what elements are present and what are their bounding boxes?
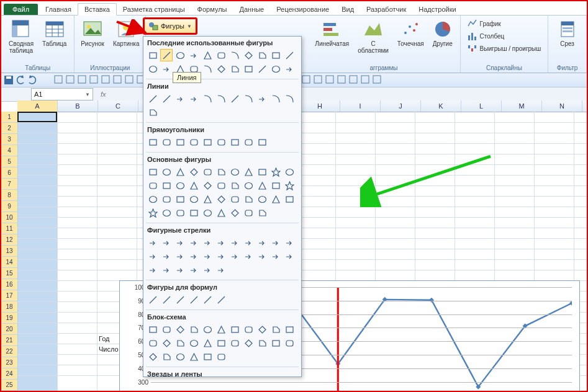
shape-option[interactable] bbox=[188, 193, 200, 205]
row-header[interactable]: 17 bbox=[1, 290, 17, 301]
shape-option[interactable] bbox=[188, 250, 200, 262]
shape-option[interactable] bbox=[256, 207, 268, 219]
row-header[interactable]: 5 bbox=[1, 156, 17, 167]
qat-small-icon[interactable] bbox=[53, 74, 63, 86]
shape-option[interactable] bbox=[174, 337, 186, 349]
shape-option[interactable] bbox=[215, 207, 227, 219]
shape-option[interactable] bbox=[174, 92, 186, 105]
shape-option[interactable] bbox=[174, 179, 186, 192]
shape-option[interactable] bbox=[215, 179, 227, 192]
shape-option[interactable] bbox=[147, 293, 159, 306]
shape-option[interactable] bbox=[201, 264, 214, 276]
qat-small-icon[interactable] bbox=[348, 74, 358, 86]
shape-option[interactable] bbox=[201, 92, 214, 105]
shape-option[interactable] bbox=[242, 236, 255, 249]
shape-option[interactable] bbox=[160, 92, 173, 105]
shape-option[interactable] bbox=[201, 136, 214, 148]
qat-small-icon[interactable] bbox=[301, 74, 311, 86]
shape-option[interactable] bbox=[256, 337, 268, 349]
shape-option[interactable] bbox=[188, 207, 200, 219]
shape-option[interactable] bbox=[147, 63, 159, 75]
shape-option[interactable] bbox=[147, 236, 159, 249]
row-header[interactable]: 19 bbox=[1, 313, 17, 324]
redo-icon[interactable] bbox=[27, 75, 37, 85]
shape-option[interactable] bbox=[174, 236, 186, 249]
shape-option[interactable] bbox=[215, 49, 227, 61]
shape-option[interactable] bbox=[228, 49, 241, 61]
row-header[interactable]: 8 bbox=[1, 190, 17, 201]
sparkline-winloss-button[interactable]: Выигрыш / проигрыш bbox=[466, 43, 543, 54]
row-header[interactable]: 10 bbox=[1, 212, 17, 223]
shape-option[interactable] bbox=[228, 236, 241, 249]
shape-option[interactable] bbox=[256, 179, 268, 192]
shape-option[interactable] bbox=[147, 350, 159, 363]
shape-option[interactable] bbox=[201, 193, 214, 205]
row-header[interactable]: 11 bbox=[1, 223, 17, 234]
shape-option[interactable] bbox=[283, 337, 296, 349]
shape-option[interactable] bbox=[160, 49, 173, 61]
tab-developer[interactable]: Разработчик bbox=[360, 4, 412, 15]
row-header[interactable]: 14 bbox=[1, 257, 17, 268]
shape-option[interactable] bbox=[188, 136, 200, 148]
tab-home[interactable]: Главная bbox=[39, 4, 78, 15]
bar-chart-button[interactable]: Линейчатая bbox=[312, 18, 351, 55]
row-header[interactable]: 12 bbox=[1, 234, 17, 246]
column-header[interactable]: H bbox=[300, 100, 340, 112]
shape-option[interactable] bbox=[228, 179, 241, 192]
row-header[interactable]: 9 bbox=[1, 201, 17, 212]
row-header[interactable]: 20 bbox=[1, 324, 17, 335]
column-header[interactable]: K bbox=[421, 100, 461, 112]
shape-option[interactable] bbox=[215, 63, 227, 75]
shape-option[interactable] bbox=[242, 49, 255, 61]
shape-option[interactable] bbox=[201, 49, 214, 61]
tab-review[interactable]: Рецензирование bbox=[270, 4, 335, 15]
qat-small-icon[interactable] bbox=[77, 74, 87, 86]
column-header[interactable]: I bbox=[340, 100, 381, 112]
shape-option[interactable] bbox=[283, 166, 296, 178]
shape-option[interactable] bbox=[147, 337, 159, 349]
undo-icon[interactable] bbox=[16, 75, 25, 85]
shape-option[interactable] bbox=[160, 250, 173, 262]
shape-option[interactable] bbox=[283, 92, 296, 105]
shape-option[interactable] bbox=[283, 193, 296, 205]
shape-option[interactable] bbox=[160, 337, 173, 349]
shape-option[interactable] bbox=[242, 250, 255, 262]
shape-option[interactable] bbox=[242, 63, 255, 75]
shape-option[interactable] bbox=[147, 49, 159, 61]
table-button[interactable]: Таблица bbox=[40, 18, 69, 55]
shape-option[interactable] bbox=[188, 63, 200, 75]
shape-option[interactable] bbox=[283, 250, 296, 262]
shape-option[interactable] bbox=[269, 323, 282, 336]
shape-option[interactable] bbox=[160, 293, 173, 306]
shape-option[interactable] bbox=[160, 136, 173, 148]
shape-option[interactable] bbox=[215, 264, 227, 276]
fx-icon[interactable]: fx bbox=[101, 91, 106, 98]
other-charts-button[interactable]: Другие bbox=[430, 18, 455, 55]
tab-data[interactable]: Данные bbox=[233, 4, 270, 15]
qat-small-icon[interactable] bbox=[313, 74, 323, 86]
shape-option[interactable] bbox=[147, 250, 159, 262]
shape-option[interactable] bbox=[174, 193, 186, 205]
shape-option[interactable] bbox=[147, 207, 159, 219]
shape-option[interactable] bbox=[201, 179, 214, 192]
shape-option[interactable] bbox=[174, 350, 186, 363]
shape-option[interactable] bbox=[201, 293, 214, 306]
shape-option[interactable] bbox=[160, 323, 173, 336]
qat-small-icon[interactable] bbox=[112, 74, 122, 86]
row-header[interactable]: 24 bbox=[1, 368, 17, 380]
shape-option[interactable] bbox=[147, 323, 159, 336]
shape-option[interactable] bbox=[160, 166, 173, 178]
shape-option[interactable] bbox=[188, 323, 200, 336]
shape-option[interactable] bbox=[269, 92, 282, 105]
row-header[interactable]: 16 bbox=[1, 279, 17, 290]
sparkline-column-button[interactable]: Столбец bbox=[466, 30, 506, 42]
shape-option[interactable] bbox=[283, 179, 296, 192]
shape-option[interactable] bbox=[160, 207, 173, 219]
shape-option[interactable] bbox=[242, 179, 255, 192]
save-icon[interactable] bbox=[4, 75, 14, 85]
row-header[interactable]: 7 bbox=[1, 179, 17, 190]
sparkline-line-button[interactable]: График bbox=[466, 18, 502, 29]
row-header[interactable]: 15 bbox=[1, 268, 17, 279]
shape-option[interactable] bbox=[174, 166, 186, 178]
shape-option[interactable] bbox=[147, 179, 159, 192]
